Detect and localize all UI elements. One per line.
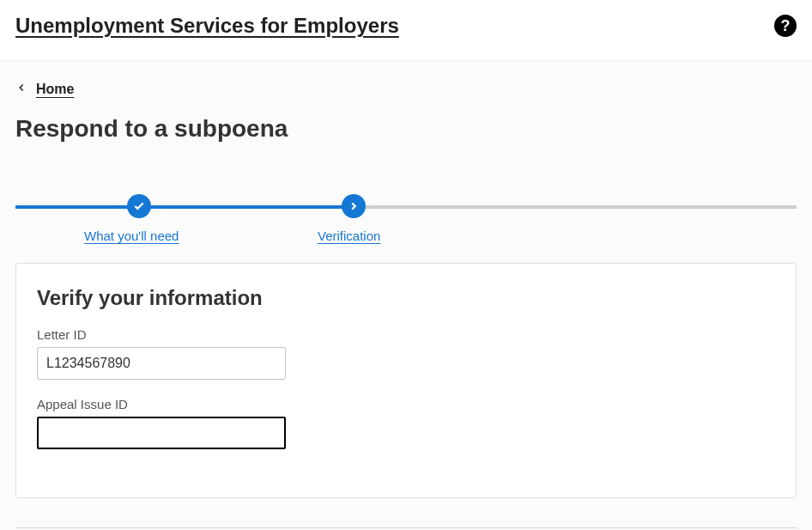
step-2-label[interactable]: Verification xyxy=(318,228,380,243)
card-title: Verify your information xyxy=(37,286,775,310)
main-content: Home Respond to a subpoena What you'll n… xyxy=(0,61,812,530)
letter-id-label: Letter ID xyxy=(37,327,775,342)
step-1-label[interactable]: What you'll need xyxy=(84,228,179,243)
letter-id-input[interactable] xyxy=(37,347,286,380)
verify-card: Verify your information Letter ID Appeal… xyxy=(15,263,797,498)
step-line-pending xyxy=(353,205,797,209)
top-bar: Unemployment Services for Employers ? xyxy=(0,0,812,61)
chevron-left-icon[interactable] xyxy=(15,80,27,98)
divider xyxy=(15,527,797,528)
stepper: What you'll need Verification xyxy=(15,194,797,246)
check-icon xyxy=(133,200,145,212)
appeal-issue-id-input[interactable] xyxy=(37,417,286,449)
page-title: Respond to a subpoena xyxy=(15,115,797,143)
step-line-done xyxy=(15,205,353,209)
step-1-node-complete[interactable] xyxy=(127,194,151,218)
breadcrumb: Home xyxy=(15,80,797,98)
chevron-right-icon xyxy=(348,200,360,212)
step-2-node-current[interactable] xyxy=(342,194,366,218)
appeal-issue-id-label: Appeal Issue ID xyxy=(37,397,775,411)
app-title-link[interactable]: Unemployment Services for Employers xyxy=(15,14,399,38)
help-icon[interactable]: ? xyxy=(774,15,797,37)
breadcrumb-home-link[interactable]: Home xyxy=(36,82,74,97)
